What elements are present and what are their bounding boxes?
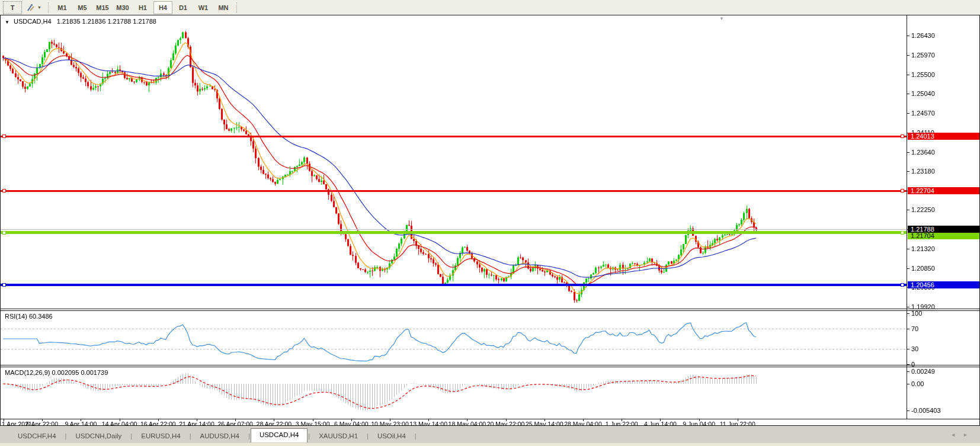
timeframe-button-mn[interactable]: MN (214, 1, 233, 14)
tab-divider: | (414, 432, 417, 439)
rsi-tick-mark (907, 349, 909, 349)
pane-separator (1, 419, 979, 419)
price-tick-mark (907, 210, 909, 210)
timeframe-button-group: M1M5M15M30H1H4D1W1MN (52, 1, 233, 14)
price-tick-label: 1.23180 (911, 168, 935, 175)
horizontal-level-line[interactable] (1, 284, 907, 286)
tab-usdchf-h4[interactable]: USDCHF,H4 (9, 430, 65, 442)
price-tick-mark (907, 75, 909, 75)
timeframe-button-d1[interactable]: D1 (174, 1, 193, 14)
top-toolbar: T ▼ M1M5M15M30H1H4D1W1MN (0, 0, 980, 15)
price-tick-mark (907, 171, 909, 172)
tab-xauusd-h1[interactable]: XAUUSD,H1 (310, 430, 366, 442)
rsi-tick-label: 70 (911, 325, 918, 332)
tab-usoil-h4[interactable]: USOil,H4 (369, 430, 414, 442)
horizontal-level-line[interactable] (1, 231, 907, 234)
tab-scroll-right-icon[interactable]: ► (963, 432, 975, 438)
chart-symbol-period: USDCAD,H4 (14, 18, 52, 25)
crosshair-pencils-icon (26, 3, 36, 12)
price-tick-mark (907, 36, 909, 36)
collapse-caret-icon: ▼ (5, 20, 9, 25)
status-strip (0, 443, 980, 446)
price-tick-label: 1.25970 (911, 52, 935, 59)
price-tick-label: 1.20850 (911, 265, 935, 272)
chart-title: ▼ USDCAD,H4 1.21835 1.21836 1.21788 1.21… (5, 18, 156, 25)
chart-shift-marker-icon: ▼ (719, 16, 724, 21)
price-tick-mark (907, 268, 909, 269)
tab-scroll-left-icon[interactable]: ◄ (950, 432, 963, 438)
price-tick-label: 1.23640 (911, 149, 935, 156)
rsi-indicator-label: RSI(14) 60.3486 (5, 313, 53, 320)
price-tick-label: 1.24570 (911, 110, 935, 117)
rsi-tick-mark (907, 329, 909, 329)
price-tick-label: 1.26430 (911, 32, 935, 39)
toolbar-separator (236, 2, 238, 13)
timeframe-button-h4[interactable]: H4 (153, 1, 172, 14)
toolbar-separator (48, 2, 49, 13)
tab-usdcnh-daily[interactable]: USDCNH,Daily (67, 430, 130, 442)
tab-usdcad-h4[interactable]: USDCAD,H4 (251, 428, 308, 442)
line-anchor-handle[interactable] (901, 283, 904, 287)
current-price-line (1, 229, 907, 230)
price-level-badge: 1.20456 (908, 281, 979, 288)
price-level-badge: 1.22704 (908, 187, 979, 194)
chart-tabs: USDCHF,H4|USDCNH,Daily|EURUSD,H4|AUDUSD,… (9, 429, 417, 442)
tab-eurusd-h4[interactable]: EURUSD,H4 (133, 430, 188, 442)
pane-separator[interactable] (1, 367, 979, 367)
timeframe-button-m5[interactable]: M5 (73, 1, 92, 14)
current-price-badge: 1.21788 (908, 226, 979, 233)
rsi-tick-label: 100 (911, 310, 922, 317)
horizontal-level-line[interactable] (1, 190, 907, 192)
price-tick-label: 1.25500 (911, 71, 935, 78)
macd-tick-mark (907, 371, 909, 372)
macd-tick-mark (907, 410, 909, 411)
timeframe-button-m1[interactable]: M1 (53, 1, 72, 14)
price-tick-mark (907, 113, 909, 114)
price-tick-label: 1.25040 (911, 90, 935, 97)
macd-indicator-label: MACD(12,26,9) 0.002095 0.001739 (5, 369, 108, 376)
timeframe-button-m15[interactable]: M15 (93, 1, 112, 14)
line-anchor-handle[interactable] (2, 189, 6, 192)
timeframe-button-h1[interactable]: H1 (133, 1, 152, 14)
chart-ohlc-values: 1.21835 1.21836 1.21788 1.21788 (57, 18, 156, 25)
price-tick-mark (907, 307, 909, 307)
line-anchor-handle[interactable] (901, 231, 904, 235)
line-anchor-handle[interactable] (2, 134, 6, 138)
rsi-tick-mark (907, 313, 909, 314)
dropdown-arrow-icon: ▼ (37, 5, 41, 9)
pane-separator[interactable] (1, 365, 979, 365)
price-tick-mark (907, 55, 909, 56)
macd-tick-label: 0.00249 (911, 368, 935, 375)
horizontal-level-line[interactable] (1, 136, 907, 137)
chart-canvas[interactable] (1, 15, 907, 419)
timeframe-button-w1[interactable]: W1 (194, 1, 213, 14)
line-anchor-handle[interactable] (901, 134, 904, 138)
price-level-badge: 1.21704 (908, 232, 979, 239)
macd-tick-label: -0.005403 (911, 407, 941, 414)
price-tick-label: 1.22250 (911, 206, 935, 213)
rsi-tick-label: 30 (911, 345, 918, 352)
macd-tick-mark (907, 384, 909, 384)
price-level-badge: 1.24013 (908, 133, 979, 140)
price-tick-mark (907, 94, 909, 94)
price-tick-label: 1.21320 (911, 245, 935, 252)
price-axis-line (907, 15, 907, 419)
pane-separator[interactable] (1, 309, 979, 309)
timeframe-button-m30[interactable]: M30 (113, 1, 132, 14)
line-anchor-handle[interactable] (901, 189, 904, 192)
drawing-tools-button[interactable]: ▼ (23, 1, 44, 14)
rsi-tick-mark (907, 364, 909, 365)
chart-window: ▼ USDCAD,H4 1.21835 1.21836 1.21788 1.21… (0, 15, 980, 426)
macd-tick-label: 0.00 (911, 380, 924, 387)
rsi-tick-label: 0 (911, 361, 915, 368)
text-tool-button[interactable]: T (3, 1, 22, 14)
line-anchor-handle[interactable] (2, 283, 6, 287)
price-tick-mark (907, 152, 909, 153)
line-anchor-handle[interactable] (2, 231, 6, 235)
price-tick-mark (907, 249, 909, 249)
pane-separator[interactable] (1, 310, 979, 311)
tab-scroll-arrows: ◄► (950, 432, 975, 438)
tab-audusd-h4[interactable]: AUDUSD,H4 (192, 430, 248, 442)
